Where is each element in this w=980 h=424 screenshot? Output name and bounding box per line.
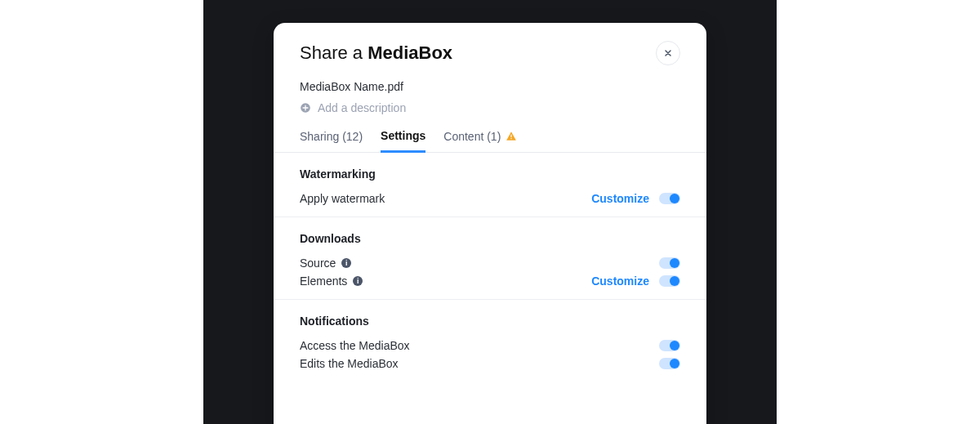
tab-content[interactable]: Content (1) [443, 129, 517, 152]
modal-title-prefix: Share a [300, 42, 368, 63]
source-toggle[interactable] [659, 257, 680, 269]
svg-rect-1 [511, 135, 512, 138]
info-icon[interactable]: i [353, 276, 363, 286]
apply-watermark-label: Apply watermark [300, 192, 385, 205]
source-label: Source [300, 257, 336, 270]
close-icon [663, 48, 673, 58]
tab-sharing-label: Sharing (12) [300, 130, 363, 143]
row-elements: Elements i Customize [300, 274, 680, 288]
add-description-label: Add a description [318, 101, 406, 114]
app-backdrop: Share a MediaBox MediaBox Name.pdf Add a… [203, 0, 777, 424]
section-downloads-title: Downloads [300, 232, 680, 245]
file-name: MediaBox Name.pdf [300, 80, 680, 93]
toggle-knob [670, 341, 679, 350]
edits-label: Edits the MediaBox [300, 357, 399, 370]
watermark-customize-link[interactable]: Customize [591, 192, 649, 205]
row-edits-mediabox: Edits the MediaBox [300, 357, 680, 370]
tab-settings[interactable]: Settings [381, 129, 425, 153]
row-source: Source i [300, 257, 680, 270]
section-watermarking: Watermarking Apply watermark Customize [274, 153, 706, 217]
elements-toggle[interactable] [659, 275, 680, 287]
elements-customize-link[interactable]: Customize [591, 274, 649, 288]
access-toggle[interactable] [659, 340, 680, 351]
section-notifications-title: Notifications [300, 315, 680, 328]
svg-rect-2 [511, 138, 512, 139]
tab-sharing[interactable]: Sharing (12) [300, 129, 363, 152]
apply-watermark-toggle[interactable] [659, 193, 680, 204]
toggle-knob [670, 194, 679, 203]
tab-settings-label: Settings [381, 129, 425, 142]
toggle-knob [670, 276, 679, 286]
row-apply-watermark: Apply watermark Customize [300, 192, 680, 205]
tab-content-label: Content (1) [443, 130, 501, 143]
tab-bar: Sharing (12) Settings Content (1) [300, 129, 680, 152]
plus-circle-icon [300, 102, 311, 114]
toggle-knob [670, 258, 679, 268]
warning-icon [506, 131, 517, 142]
share-modal: Share a MediaBox MediaBox Name.pdf Add a… [274, 23, 706, 424]
section-watermarking-title: Watermarking [300, 167, 680, 181]
modal-title-bold: MediaBox [368, 42, 452, 63]
close-button[interactable] [656, 41, 680, 65]
access-label: Access the MediaBox [300, 339, 410, 352]
elements-label: Elements [300, 274, 347, 288]
edits-toggle[interactable] [659, 358, 680, 369]
section-downloads: Downloads Source i Elements i Customize [274, 217, 706, 300]
section-notifications: Notifications Access the MediaBox Edits … [274, 300, 706, 382]
modal-title: Share a MediaBox [300, 42, 452, 64]
toggle-knob [670, 359, 679, 368]
row-access-mediabox: Access the MediaBox [300, 339, 680, 352]
info-icon[interactable]: i [341, 258, 351, 268]
add-description-button[interactable]: Add a description [300, 101, 680, 114]
